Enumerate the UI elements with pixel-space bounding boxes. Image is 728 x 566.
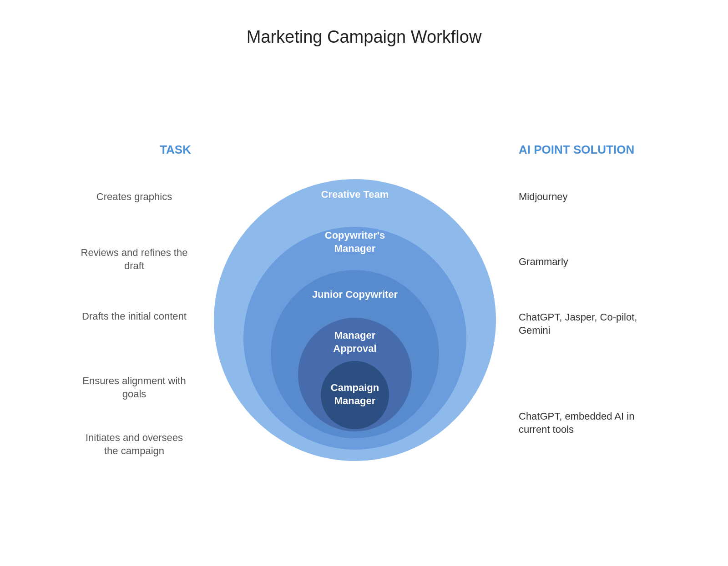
- page-title: Marketing Campaign Workflow: [247, 27, 482, 47]
- ai-solution-column-header: AI POINT SOLUTION: [519, 143, 664, 157]
- ai-item-grammarly: Grammarly: [519, 255, 646, 269]
- task-item-creates-graphics: Creates graphics: [77, 190, 191, 204]
- task-column-header: TASK: [160, 143, 191, 157]
- task-item-drafts-initial: Drafts the initial content: [77, 310, 191, 323]
- ai-solution-column: AI POINT SOLUTION MidjourneyGrammarlyCha…: [505, 143, 678, 497]
- task-column: TASK Creates graphicsReviews and refines…: [50, 143, 205, 497]
- venn-label-creative-team: Creative Team: [321, 189, 389, 200]
- ai-item-chatgpt-embedded: ChatGPT, embedded AI in current tools: [519, 410, 646, 436]
- task-item-reviews-refines: Reviews and refines the draft: [77, 246, 191, 272]
- ai-item-chatgpt-jasper: ChatGPT, Jasper, Co-pilot, Gemini: [519, 311, 646, 337]
- ai-item-midjourney: Midjourney: [519, 190, 646, 204]
- main-content: TASK Creates graphicsReviews and refines…: [0, 74, 728, 566]
- task-item-initiates-oversees: Initiates and oversees the campaign: [77, 431, 191, 457]
- venn-label-junior-copywriter: Junior Copywriter: [312, 289, 398, 300]
- venn-diagram: Creative TeamCopywriter'sManagerJunior C…: [205, 143, 505, 497]
- task-item-ensures-alignment: Ensures alignment with goals: [77, 375, 191, 401]
